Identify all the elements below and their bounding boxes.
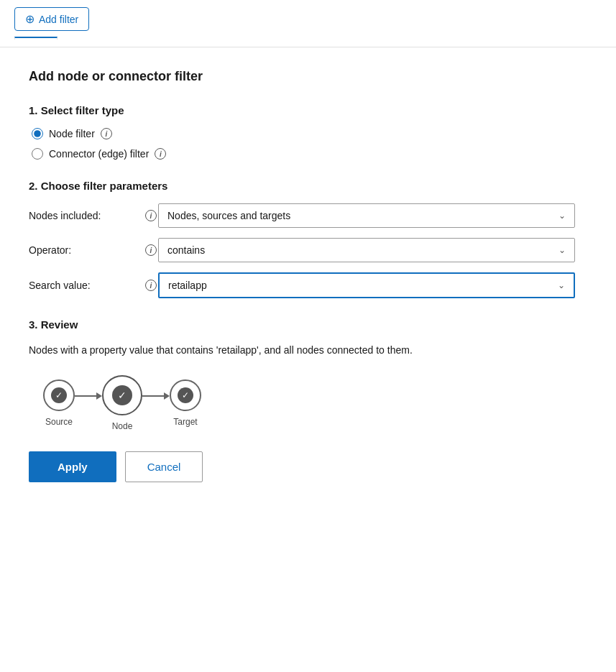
nodes-included-info: i <box>144 210 158 221</box>
arrow-line-1 <box>75 395 96 397</box>
search-value-info: i <box>144 280 158 291</box>
search-value-label: Search value: <box>29 280 144 291</box>
main-panel: Add node or connector filter 1. Select f… <box>0 47 604 504</box>
source-check-icon: ✓ <box>51 387 67 403</box>
source-circle: ✓ <box>43 379 75 411</box>
tab-indicator <box>14 37 602 40</box>
filter-icon: ⊕ <box>25 12 35 26</box>
diagram-node-source: ✓ Source <box>43 379 75 427</box>
search-value-select[interactable]: retailapp ⌄ <box>158 272 575 298</box>
button-row: Apply Cancel <box>29 451 575 482</box>
step3-header: 3. Review <box>29 318 575 331</box>
search-value-value: retailapp <box>168 280 207 291</box>
nodes-included-info-icon[interactable]: i <box>145 210 157 221</box>
step2-header: 2. Choose filter parameters <box>29 180 575 192</box>
section-step2: 2. Choose filter parameters Nodes includ… <box>29 180 575 298</box>
operator-info-icon[interactable]: i <box>145 244 157 256</box>
node-filter-info-icon[interactable]: i <box>101 128 112 139</box>
node-label: Node <box>112 421 133 431</box>
connector-filter-radio[interactable] <box>32 148 43 160</box>
nodes-included-value: Nodes, sources and targets <box>167 210 290 221</box>
node-filter-option[interactable]: Node filter i <box>32 128 575 139</box>
arrow-node-to-target <box>142 392 170 400</box>
connector-filter-info-icon[interactable]: i <box>155 148 166 160</box>
search-value-info-icon[interactable]: i <box>145 280 157 291</box>
diagram-node-node: ✓ Node <box>102 375 142 431</box>
operator-value: contains <box>167 244 205 256</box>
connector-filter-option[interactable]: Connector (edge) filter i <box>32 148 575 160</box>
operator-chevron-icon: ⌄ <box>558 245 566 255</box>
add-filter-label: Add filter <box>39 14 78 25</box>
apply-button[interactable]: Apply <box>29 451 116 482</box>
filter-type-radio-group: Node filter i Connector (edge) filter i <box>29 128 575 160</box>
node-filter-radio[interactable] <box>32 128 43 139</box>
diagram: ✓ Source ✓ Node <box>43 375 575 431</box>
nodes-included-label: Nodes included: <box>29 210 144 221</box>
arrow-head-2 <box>164 392 170 400</box>
node-filter-label: Node filter <box>49 128 95 139</box>
target-circle: ✓ <box>170 379 201 411</box>
review-text: Nodes with a property value that contain… <box>29 342 575 358</box>
operator-info: i <box>144 244 158 256</box>
params-table: Nodes included: i Nodes, sources and tar… <box>29 203 575 298</box>
panel-title: Add node or connector filter <box>29 69 575 84</box>
target-check-icon: ✓ <box>178 387 193 403</box>
add-filter-button[interactable]: ⊕ Add filter <box>14 7 89 31</box>
node-check-icon: ✓ <box>112 385 132 405</box>
node-circle-highlighted: ✓ <box>102 375 142 415</box>
arrow-line-2 <box>142 395 164 397</box>
diagram-node-target: ✓ Target <box>170 379 201 427</box>
target-label: Target <box>173 417 197 427</box>
operator-select[interactable]: contains ⌄ <box>158 238 575 262</box>
source-label: Source <box>45 417 73 427</box>
step1-header: 1. Select filter type <box>29 104 575 116</box>
search-value-chevron-icon: ⌄ <box>558 280 565 290</box>
section-step1: 1. Select filter type Node filter i Conn… <box>29 104 575 160</box>
section-step3: 3. Review Nodes with a property value th… <box>29 318 575 431</box>
tab-active-bar <box>14 37 58 40</box>
nodes-included-chevron-icon: ⌄ <box>558 211 566 221</box>
operator-label: Operator: <box>29 244 144 256</box>
top-bar: ⊕ Add filter <box>0 0 616 47</box>
connector-filter-label: Connector (edge) filter <box>49 148 149 160</box>
arrow-head-1 <box>96 392 102 400</box>
arrow-source-to-node <box>75 392 102 400</box>
nodes-included-select[interactable]: Nodes, sources and targets ⌄ <box>158 203 575 228</box>
cancel-button[interactable]: Cancel <box>125 451 203 482</box>
